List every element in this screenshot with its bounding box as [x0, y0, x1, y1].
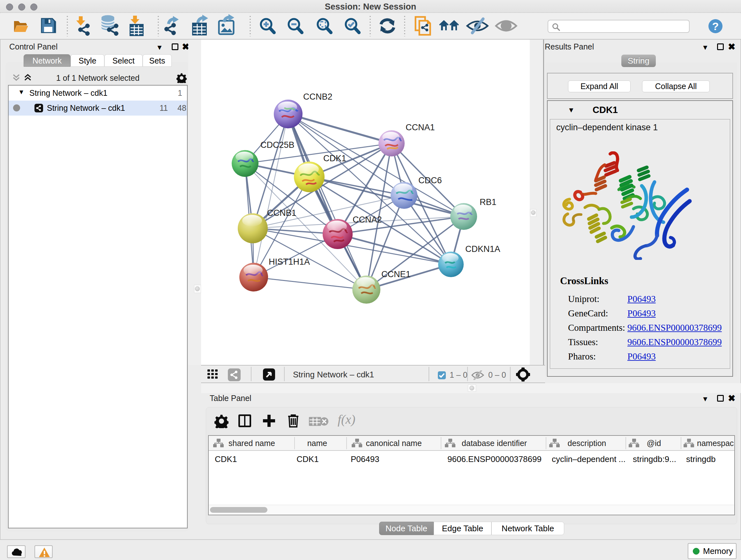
- svg-text:RB1: RB1: [480, 197, 496, 207]
- svg-text:CCNE1: CCNE1: [381, 269, 411, 279]
- svg-text:CCNA2: CCNA2: [353, 215, 382, 225]
- svg-text:CDK1: CDK1: [323, 153, 346, 163]
- svg-text:CCNA1: CCNA1: [406, 123, 435, 132]
- svg-text:CCNB2: CCNB2: [303, 92, 333, 102]
- svg-text:CDC25B: CDC25B: [260, 140, 294, 150]
- svg-text:HIST1H1A: HIST1H1A: [269, 257, 310, 266]
- svg-text:CDC6: CDC6: [418, 176, 442, 185]
- svg-text:CCNB1: CCNB1: [267, 208, 296, 218]
- svg-text:?: ?: [712, 20, 719, 32]
- svg-text:CDKN1A: CDKN1A: [465, 244, 500, 254]
